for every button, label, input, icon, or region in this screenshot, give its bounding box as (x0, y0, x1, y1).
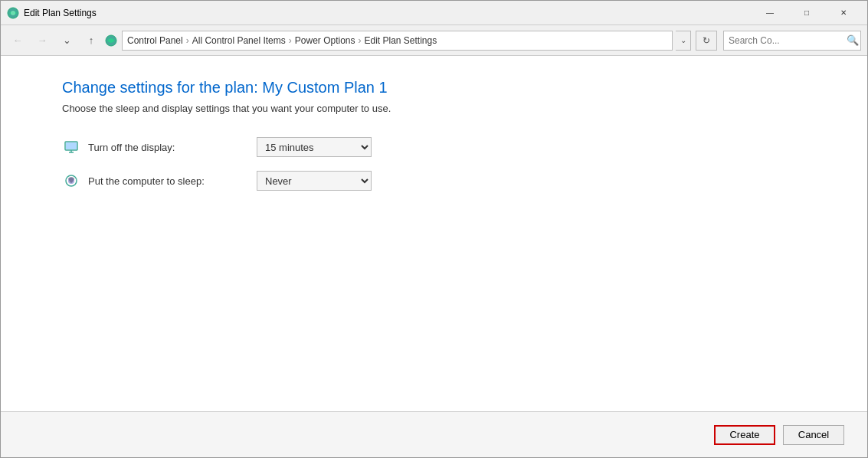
sleep-icon (62, 172, 80, 190)
address-dropdown-button[interactable]: ⌄ (676, 31, 691, 51)
display-icon (62, 138, 80, 156)
up-icon: ↑ (89, 34, 94, 46)
breadcrumb-part-4: Edit Plan Settings (364, 35, 437, 46)
sleep-setting-row: Put the computer to sleep: 1 minute2 min… (62, 171, 806, 191)
minimize-button[interactable]: — (752, 1, 788, 25)
window-controls: — □ ✕ (752, 1, 861, 25)
breadcrumb-sep-2: › (289, 35, 292, 46)
display-label: Turn off the display: (88, 142, 257, 153)
window-title: Edit Plan Settings (24, 8, 752, 18)
search-box: 🔍 (723, 31, 861, 51)
svg-rect-4 (66, 142, 77, 149)
search-input[interactable] (729, 35, 843, 46)
cancel-button[interactable]: Cancel (783, 425, 844, 445)
breadcrumb[interactable]: Control Panel › All Control Panel Items … (122, 31, 673, 51)
create-button[interactable]: Create (714, 425, 775, 445)
refresh-button[interactable]: ↻ (696, 31, 717, 51)
breadcrumb-part-2: All Control Panel Items (192, 35, 286, 46)
breadcrumb-part-1: Control Panel (127, 35, 183, 46)
title-bar: Edit Plan Settings — □ ✕ (1, 1, 867, 25)
sleep-select[interactable]: 1 minute2 minutes3 minutes5 minutes10 mi… (257, 171, 372, 191)
address-bar: ← → ⌄ ↑ Control Panel › All Control Pane… (1, 25, 867, 56)
close-button[interactable]: ✕ (826, 1, 861, 25)
main-window: Edit Plan Settings — □ ✕ ← → ⌄ ↑ Control… (0, 0, 868, 458)
maximize-button[interactable]: □ (789, 1, 824, 25)
page-subtitle: Choose the sleep and display settings th… (62, 103, 806, 114)
breadcrumb-icon (105, 34, 117, 47)
breadcrumb-sep-1: › (186, 35, 189, 46)
chevron-down-icon: ⌄ (680, 36, 686, 44)
forward-button[interactable]: → (31, 30, 53, 51)
window-icon (7, 7, 19, 19)
main-content: Change settings for the plan: My Custom … (1, 56, 867, 457)
display-setting-row: Turn off the display: 1 minute2 minutes3… (62, 137, 806, 157)
sleep-label: Put the computer to sleep: (88, 175, 257, 187)
display-select[interactable]: 1 minute2 minutes3 minutes5 minutes10 mi… (257, 137, 372, 157)
forward-icon: → (38, 34, 47, 46)
search-icon: 🔍 (847, 34, 859, 46)
back-icon: ← (13, 34, 23, 46)
content-area: Change settings for the plan: My Custom … (1, 56, 867, 411)
page-title: Change settings for the plan: My Custom … (62, 79, 806, 97)
back-button[interactable]: ← (7, 30, 28, 51)
breadcrumb-part-3: Power Options (295, 35, 355, 46)
dropdown-button[interactable]: ⌄ (56, 30, 77, 51)
action-bar: Create Cancel (1, 411, 867, 457)
breadcrumb-sep-3: › (358, 35, 361, 46)
refresh-icon: ↻ (703, 35, 710, 46)
up-button[interactable]: ↑ (80, 30, 102, 51)
dropdown-icon: ⌄ (63, 34, 71, 46)
svg-point-1 (11, 11, 15, 15)
